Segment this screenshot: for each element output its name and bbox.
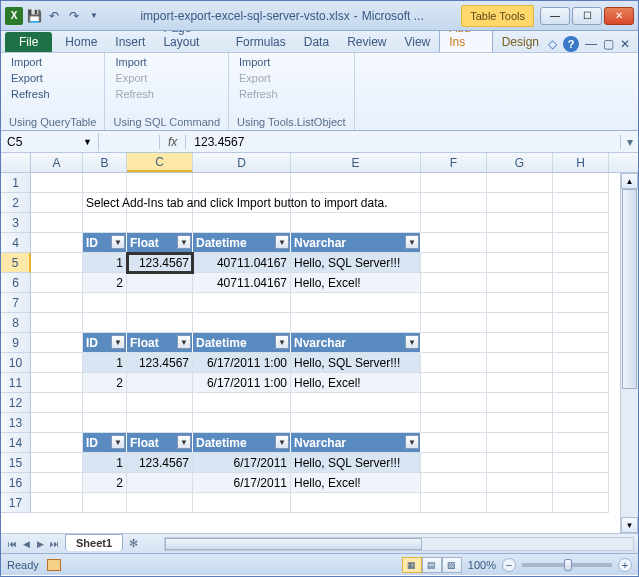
row-header-5[interactable]: 5 <box>1 253 31 273</box>
cell-F10[interactable] <box>421 353 487 373</box>
cell-C8[interactable] <box>127 313 193 333</box>
cell-F2[interactable] <box>421 193 487 213</box>
cell-G14[interactable] <box>487 433 553 453</box>
cell-B10[interactable]: 1 <box>83 353 127 373</box>
cell-D7[interactable] <box>193 293 291 313</box>
row-header-15[interactable]: 15 <box>1 453 31 473</box>
cell-H10[interactable] <box>553 353 609 373</box>
cell-H8[interactable] <box>553 313 609 333</box>
cell-H7[interactable] <box>553 293 609 313</box>
cell-F3[interactable] <box>421 213 487 233</box>
cell-C13[interactable] <box>127 413 193 433</box>
cell-D1[interactable] <box>193 173 291 193</box>
row-header-3[interactable]: 3 <box>1 213 31 233</box>
cell-G17[interactable] <box>487 493 553 513</box>
cell-C3[interactable] <box>127 213 193 233</box>
cell-F7[interactable] <box>421 293 487 313</box>
cell-H6[interactable] <box>553 273 609 293</box>
cell-F12[interactable] <box>421 393 487 413</box>
cell-F14[interactable] <box>421 433 487 453</box>
cell-C16[interactable] <box>127 473 193 493</box>
tab-data[interactable]: Data <box>295 32 338 52</box>
cell-D15[interactable]: 6/17/2011 <box>193 453 291 473</box>
cell-G3[interactable] <box>487 213 553 233</box>
cell-E3[interactable] <box>291 213 421 233</box>
cell-E1[interactable] <box>291 173 421 193</box>
cell-B8[interactable] <box>83 313 127 333</box>
cell-A12[interactable] <box>31 393 83 413</box>
cell-E10[interactable]: Hello, SQL Server!!! <box>291 353 421 373</box>
cell-A17[interactable] <box>31 493 83 513</box>
context-tab-table-tools[interactable]: Table Tools <box>461 5 534 27</box>
cell-G7[interactable] <box>487 293 553 313</box>
cell-B3[interactable] <box>83 213 127 233</box>
cell-G10[interactable] <box>487 353 553 373</box>
row-header-14[interactable]: 14 <box>1 433 31 453</box>
cell-F16[interactable] <box>421 473 487 493</box>
first-sheet-icon[interactable]: ⏮ <box>5 537 19 551</box>
filter-dropdown-icon[interactable]: ▼ <box>405 235 419 249</box>
cell-E16[interactable]: Hello, Excel! <box>291 473 421 493</box>
cell-H3[interactable] <box>553 213 609 233</box>
cell-A4[interactable] <box>31 233 83 253</box>
cell-B14[interactable]: ID▼ <box>83 433 127 453</box>
col-header-A[interactable]: A <box>31 153 83 172</box>
cell-E14[interactable]: Nvarchar▼ <box>291 433 421 453</box>
cell-C9[interactable]: Float▼ <box>127 333 193 353</box>
cell-A8[interactable] <box>31 313 83 333</box>
cell-E7[interactable] <box>291 293 421 313</box>
cell-D3[interactable] <box>193 213 291 233</box>
cell-F15[interactable] <box>421 453 487 473</box>
cell-B1[interactable] <box>83 173 127 193</box>
cell-F11[interactable] <box>421 373 487 393</box>
cell-E15[interactable]: Hello, SQL Server!!! <box>291 453 421 473</box>
row-header-4[interactable]: 4 <box>1 233 31 253</box>
hscroll-thumb[interactable] <box>165 538 422 550</box>
cell-H16[interactable] <box>553 473 609 493</box>
filter-dropdown-icon[interactable]: ▼ <box>111 435 125 449</box>
cell-E11[interactable]: Hello, Excel! <box>291 373 421 393</box>
cell-F13[interactable] <box>421 413 487 433</box>
select-all-corner[interactable] <box>1 153 31 172</box>
cell-C11[interactable] <box>127 373 193 393</box>
tab-review[interactable]: Review <box>338 32 395 52</box>
cell-C7[interactable] <box>127 293 193 313</box>
cell-A2[interactable] <box>31 193 83 213</box>
zoom-level[interactable]: 100% <box>468 559 496 571</box>
row-header-8[interactable]: 8 <box>1 313 31 333</box>
name-box-dropdown-icon[interactable]: ▼ <box>83 137 92 147</box>
cell-F1[interactable] <box>421 173 487 193</box>
cell-H12[interactable] <box>553 393 609 413</box>
cell-H2[interactable] <box>553 193 609 213</box>
tab-file[interactable]: File <box>5 32 52 52</box>
row-header-6[interactable]: 6 <box>1 273 31 293</box>
filter-dropdown-icon[interactable]: ▼ <box>405 435 419 449</box>
cell-D4[interactable]: Datetime▼ <box>193 233 291 253</box>
cell-B17[interactable] <box>83 493 127 513</box>
cell-H14[interactable] <box>553 433 609 453</box>
cell-B11[interactable]: 2 <box>83 373 127 393</box>
cell-F4[interactable] <box>421 233 487 253</box>
sheet-tab-sheet1[interactable]: Sheet1 <box>65 534 123 551</box>
cell-A15[interactable] <box>31 453 83 473</box>
fx-icon[interactable]: fx <box>159 135 186 149</box>
cell-B12[interactable] <box>83 393 127 413</box>
zoom-in-button[interactable]: + <box>618 558 632 572</box>
col-header-H[interactable]: H <box>553 153 609 172</box>
cell-H1[interactable] <box>553 173 609 193</box>
name-box[interactable]: C5 ▼ <box>1 133 99 151</box>
cell-D16[interactable]: 6/17/2011 <box>193 473 291 493</box>
spreadsheet-grid[interactable]: ABCDEFGH 12Select Add-Ins tab and click … <box>1 153 638 533</box>
scroll-down-icon[interactable]: ▼ <box>621 517 638 533</box>
cell-D10[interactable]: 6/17/2011 1:00 <box>193 353 291 373</box>
cell-A1[interactable] <box>31 173 83 193</box>
cell-G6[interactable] <box>487 273 553 293</box>
page-layout-view-button[interactable]: ▤ <box>422 557 442 573</box>
cell-A10[interactable] <box>31 353 83 373</box>
cell-A9[interactable] <box>31 333 83 353</box>
undo-icon[interactable]: ↶ <box>45 7 63 25</box>
cell-C17[interactable] <box>127 493 193 513</box>
cell-C4[interactable]: Float▼ <box>127 233 193 253</box>
cell-F5[interactable] <box>421 253 487 273</box>
cell-E8[interactable] <box>291 313 421 333</box>
